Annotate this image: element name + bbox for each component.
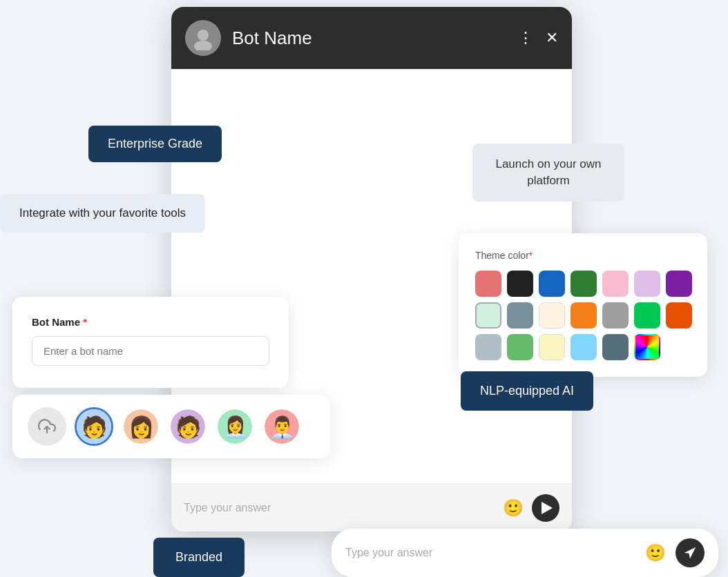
color-swatch-gradient[interactable] [634,334,660,360]
avatar-option-2[interactable]: 👩 [122,407,160,446]
avatar-option-1[interactable]: 🧑 [75,407,113,446]
color-swatch-light-blue-gray[interactable] [475,334,501,360]
svg-point-0 [198,30,209,41]
color-swatch-light-pink[interactable] [602,271,629,297]
color-swatch-dark-slate[interactable] [602,334,629,360]
answer-send-button[interactable] [676,538,705,567]
chat-input-placeholder[interactable]: Type your answer [184,502,495,514]
theme-color-label: Theme color* [475,250,691,261]
chat-emoji-button[interactable]: 🙂 [503,498,524,518]
avatar-option-3[interactable]: 🧑 [169,407,207,446]
chat-send-button[interactable] [532,494,559,522]
color-swatch-black[interactable] [507,271,533,297]
color-swatch-purple[interactable] [666,271,692,297]
chat-bot-avatar [185,20,221,56]
avatar-picker-card: 🧑 👩 🧑 👩‍💼 👨‍💼 [12,395,330,458]
bot-name-input[interactable] [32,336,269,366]
bot-name-card: Bot Name * [12,297,289,388]
color-swatch-pink[interactable] [475,271,501,297]
answer-emoji-button[interactable]: 🙂 [645,543,666,563]
color-swatch-dark-orange[interactable] [666,302,692,329]
enterprise-grade-badge: Enterprise Grade [88,126,222,162]
color-swatch-light-green[interactable] [507,334,533,360]
avatar-option-5[interactable]: 👨‍💼 [262,407,301,446]
avatar-upload-button[interactable] [28,407,66,446]
chat-more-options-icon[interactable]: ⋮ [518,29,533,47]
color-swatch-mint[interactable] [475,302,501,329]
bot-name-required: * [83,316,87,328]
color-swatch-orange[interactable] [571,302,597,329]
nlp-badge: NLP-equipped AI [461,371,593,411]
chat-header-actions: ⋮ ✕ [518,29,558,47]
chat-close-icon[interactable]: ✕ [546,29,558,47]
launch-platform-badge: Launch on your own platform [472,144,624,202]
color-swatch-bright-green[interactable] [634,302,660,329]
color-grid [475,271,691,360]
color-swatch-yellow[interactable] [539,334,565,360]
integrate-tools-badge: Integrate with your favorite tools [0,194,205,233]
avatar-option-4[interactable]: 👩‍💼 [215,407,254,446]
type-answer-placeholder[interactable]: Type your answer [345,547,635,559]
chat-input-bar: Type your answer 🙂 [171,483,572,531]
color-swatch-green[interactable] [571,271,597,297]
color-swatch-lavender[interactable] [634,271,660,297]
svg-point-1 [194,41,212,50]
color-swatch-cream[interactable] [539,302,565,329]
type-answer-bar: Type your answer 🙂 [332,529,718,577]
chat-header: Bot Name ⋮ ✕ [171,7,572,69]
chat-bot-name: Bot Name [232,28,507,49]
bot-name-label: Bot Name * [32,316,269,328]
color-swatch-blue[interactable] [539,271,565,297]
color-swatch-slate[interactable] [507,302,533,329]
color-swatch-sky[interactable] [571,334,597,360]
theme-color-card: Theme color* [459,233,707,377]
color-swatch-gray[interactable] [602,302,629,329]
branded-badge: Branded [153,538,245,577]
